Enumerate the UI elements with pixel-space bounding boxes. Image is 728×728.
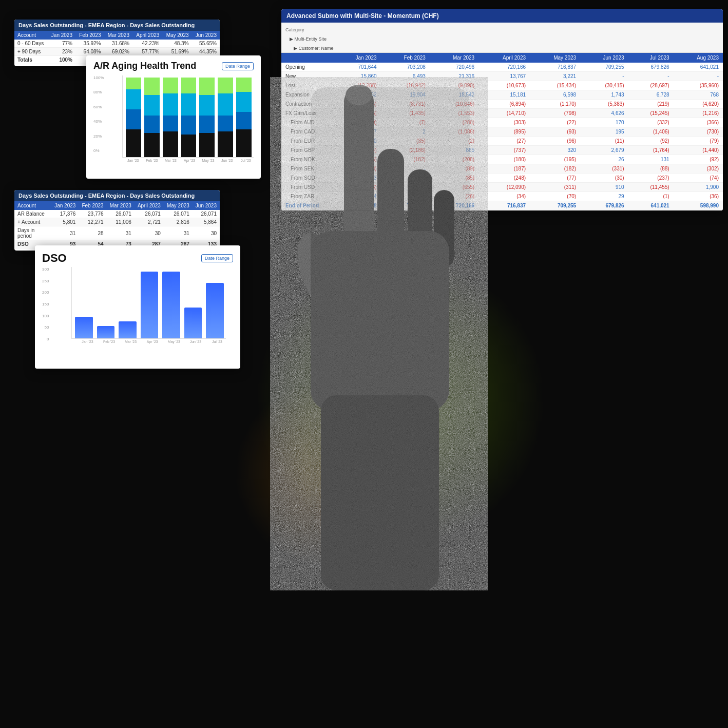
momentum-panel: Advanced Submo with Multi-Site - Momentu… — [281, 9, 723, 210]
bar-group — [144, 78, 160, 157]
col-jun: Jun 2023 — [193, 201, 220, 210]
col-apr2023: April 2023 — [132, 31, 162, 40]
bar-group — [126, 78, 141, 157]
dso-percentage-header: Days Sales Outstanding - EMEA Region - D… — [14, 20, 220, 31]
col-account: Account — [14, 201, 51, 210]
dso-bars-wrapper: Jan '23 Feb '23 Mar '23 Apr '23 May '23 … — [51, 267, 233, 343]
ar-y-labels: 100% 80% 60% 40% 20% 0% — [93, 75, 104, 153]
col-apr: April 2023 — [135, 201, 164, 210]
col-apr: April 2023 — [478, 53, 530, 63]
stacked-bar[interactable] — [181, 78, 197, 157]
col-jun2023: Jun 2023 — [192, 31, 220, 40]
ar-date-range-button[interactable]: Date Range — [222, 62, 254, 70]
table-row: From AUD(70)(7)(288)(303)(22)170(332)(36… — [281, 118, 723, 127]
table-row: From ZAR4-(26)(34)(70)29(1)(36) — [281, 192, 723, 201]
svg-point-5 — [289, 227, 353, 317]
col-may: May 2023 — [530, 53, 580, 63]
col-aug: Aug 2023 — [674, 53, 723, 63]
stacked-bar[interactable] — [144, 78, 160, 157]
dso-chart-title: DSO — [42, 252, 67, 265]
dso-bar[interactable] — [162, 272, 180, 338]
table-row: New15,8606,49321,31613,7673,221--- — [281, 72, 723, 81]
dso-chart-header: DSO Date Range — [35, 245, 240, 267]
col-mar: Mar 2023 — [430, 53, 478, 63]
dso-data-header: Days Sales Outstanding - EMEA Region - D… — [14, 190, 220, 201]
table-row: 0 - 60 Days 77% 35.92% 31.68% 42.23% 48.… — [14, 40, 220, 48]
stacked-bar[interactable] — [163, 78, 178, 157]
svg-rect-7 — [321, 395, 439, 590]
table-row: + Account 5,801 12,271 11,006 2,721 2,81… — [14, 218, 220, 226]
table-row: AR Balance 17,376 23,776 26,071 26,071 2… — [14, 210, 220, 218]
dso-y-labels: 300 250 200 150 100 50 0 — [42, 267, 49, 341]
stacked-bar[interactable] — [199, 78, 215, 157]
dso-date-range-button[interactable]: Date Range — [201, 254, 233, 262]
ar-aging-panel: A/R Aging Health Trend Date Range 100% 8… — [86, 55, 261, 179]
dso-x-labels: Jan '23 Feb '23 Mar '23 Apr '23 May '23 … — [79, 340, 226, 343]
ar-aging-title: A/R Aging Health Trend — [93, 61, 196, 71]
dso-data-panel: Days Sales Outstanding - EMEA Region - D… — [14, 190, 220, 251]
ar-x-labels: Jan '23 Feb '23 Mar '23 Apr '23 May '23 … — [125, 159, 254, 162]
table-row: From SEK(108)-(89)(187)(182)(331)(88)(30… — [281, 164, 723, 174]
dso-bar[interactable] — [141, 272, 159, 338]
table-row: FX Gain/Loss(3,765)(1,435)(1,553)(14,710… — [281, 109, 723, 118]
stacked-bar[interactable] — [218, 78, 233, 157]
table-row: From SGD103-(85)(248)(77)(30)(237)(74) — [281, 174, 723, 183]
momentum-header: Advanced Submo with Multi-Site - Momentu… — [281, 9, 723, 23]
dso-bar[interactable] — [184, 308, 202, 338]
table-row: From USD(3,696)-(655)(12,090)(311)910(11… — [281, 183, 723, 192]
bar-group — [163, 78, 178, 157]
table-row: From EUR60(35)(2)(27)(96)(11)(92)(79) — [281, 137, 723, 146]
table-row: Expansion12,26219,90418,54215,1816,5981,… — [281, 90, 723, 100]
dso-chart-panel: DSO Date Range 300 250 200 150 100 50 0 — [35, 245, 240, 369]
col-jan: Jan 2023 — [333, 53, 381, 63]
table-row: Lost(12,288)(16,942)(9,090)(10,673)(15,4… — [281, 81, 723, 90]
col-account: Account — [14, 31, 48, 40]
table-row: Opening701,644703,208720,496720,166716,8… — [281, 63, 723, 72]
ar-bars — [122, 75, 254, 158]
bar-group — [236, 78, 252, 157]
stacked-bar[interactable] — [126, 78, 141, 157]
bar-group — [218, 78, 233, 157]
table-row: End of Period703,208703,208720,166716,83… — [281, 201, 723, 210]
table-row: From CAD2472(1,086)(895)(93)195(1,406)(7… — [281, 127, 723, 137]
col-jul: Jul 2023 — [628, 53, 674, 63]
col-feb: Feb 2023 — [79, 201, 106, 210]
table-row: From GBP(504)(2,186)865(737)3202,679(1,7… — [281, 146, 723, 155]
svg-rect-6 — [311, 231, 449, 411]
col-may: May 2023 — [164, 201, 193, 210]
col-jan: Jan 2023 — [51, 201, 79, 210]
table-row: Days in period 31 28 31 30 31 30 — [14, 226, 220, 240]
col-category — [281, 53, 333, 63]
ar-aging-header: A/R Aging Health Trend Date Range — [86, 55, 261, 73]
col-mar2023: Mar 2023 — [104, 31, 133, 40]
momentum-category-label: Category ▶ Multi-Entity Site ▶ Customer:… — [281, 23, 723, 53]
dso-data-table: Account Jan 2023 Feb 2023 Mar 2023 April… — [14, 201, 220, 248]
table-row: From NOK(65)(182)(208)(180)(195)26131(92… — [281, 155, 723, 164]
dso-bar[interactable] — [75, 317, 93, 338]
col-feb2023: Feb 2023 — [75, 31, 104, 40]
bar-group — [199, 78, 215, 157]
col-jan2023: Jan 2023 — [48, 31, 75, 40]
dso-bar[interactable] — [97, 326, 115, 338]
ar-chart-area: 100% 80% 60% 40% 20% 0% — [86, 73, 261, 166]
dso-bar[interactable] — [206, 283, 224, 338]
dso-bars — [71, 267, 226, 339]
dso-chart-body: 300 250 200 150 100 50 0 Jan '23 Feb '23 — [42, 267, 233, 343]
table-row: + 90 Days 23% 64.08% 69.02% 57.77% 51.69… — [14, 48, 220, 56]
col-feb: Feb 2023 — [381, 53, 430, 63]
bar-group — [181, 78, 197, 157]
table-row: Contraction(10,504)(8,731)(10,646)(6,894… — [281, 100, 723, 109]
col-mar: Mar 2023 — [107, 201, 135, 210]
dso-bar[interactable] — [119, 321, 137, 338]
col-may2023: May 2023 — [162, 31, 191, 40]
col-jun: Jun 2023 — [580, 53, 628, 63]
momentum-table: Jan 2023 Feb 2023 Mar 2023 April 2023 Ma… — [281, 53, 723, 210]
stacked-bar[interactable] — [236, 78, 252, 157]
